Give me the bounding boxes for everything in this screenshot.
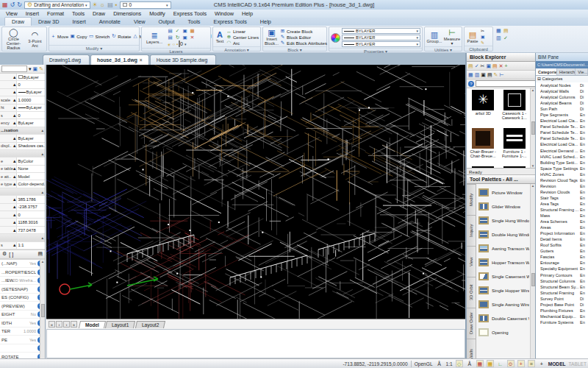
menu-item[interactable]: Help: [242, 10, 253, 17]
bim-category-row[interactable]: Analytical Walls Di: [536, 88, 588, 94]
new-block-icon[interactable]: ▤: [468, 63, 473, 69]
command-suggestion-row[interactable]: EIGHT No ?: [0, 311, 45, 319]
sun-icon[interactable]: ☼: [100, 1, 105, 8]
bim-category-row[interactable]: Project Base Point Di: [536, 302, 588, 308]
group-button[interactable]: ▥ Group...: [426, 30, 442, 43]
block-search-input[interactable]: [476, 80, 537, 87]
property-row[interactable]: e att.. ▴ Model: [0, 173, 45, 180]
palette-item[interactable]: Picture Window: [478, 185, 529, 199]
bim-category-row[interactable]: Panel Schedule Te... En: [536, 135, 588, 141]
menu-item[interactable]: Express Tools: [173, 10, 207, 17]
bim-tab[interactable]: Hierarchy: [557, 68, 576, 75]
drawing-canvas[interactable]: [46, 65, 465, 319]
ribbon-layer-dropdown[interactable]: 0 ▾: [179, 41, 209, 47]
bim-category-row[interactable]: Panel Schedule Te... En: [536, 124, 588, 130]
annotation-person-icon[interactable]: Å: [436, 360, 443, 367]
block-item[interactable]: Chair-Breuer - Chair-Breue...: [468, 128, 498, 166]
tablet-toggle[interactable]: TABLET: [569, 361, 587, 367]
modify-button[interactable]: + Move: [51, 34, 68, 39]
cut-icon[interactable]: ✂: [481, 63, 485, 69]
layers-button[interactable]: ≣ Layers...: [143, 31, 165, 44]
lock-icon[interactable]: ▪: [115, 1, 118, 8]
bim-category-row[interactable]: Area Tags En: [536, 201, 588, 207]
property-row[interactable]: ▴ 0: [0, 211, 45, 219]
bim-category-row[interactable]: Furniture Systems En: [536, 319, 588, 325]
insert-block-button[interactable]: ▣ Insert Block...: [265, 28, 279, 46]
property-row[interactable]: ▴ ByLayer: [0, 89, 45, 96]
palette-tab[interactable]: Draw Order: [467, 308, 476, 339]
palette-item[interactable]: Glider Window: [478, 199, 529, 213]
text-button[interactable]: A Text: [215, 30, 225, 43]
quick-select-icon[interactable]: ▾: [29, 66, 32, 72]
add-icon[interactable]: +: [505, 63, 508, 68]
command-suggestion-row[interactable]: ...ROPERTIESCLOSE) ?: [0, 268, 45, 277]
bim-category-row[interactable]: HVAC Zones En: [536, 171, 588, 177]
select-objects-icon[interactable]: ▣: [33, 66, 38, 72]
bim-category-row[interactable]: Gutters En: [536, 248, 588, 254]
palette-item[interactable]: Opening: [478, 325, 529, 339]
bim-category-row[interactable]: Revision Clouds En: [536, 189, 588, 195]
document-tab[interactable]: Drawing1.dwg: [43, 54, 90, 65]
command-suggestion-row[interactable]: IDTH Yes ?: [0, 319, 45, 328]
document-tab[interactable]: House 3D Sample.dwg: [150, 54, 217, 65]
command-suggestion-row[interactable]: (...NAP) Yes ?: [0, 260, 45, 269]
command-suggestion-row[interactable]: ES (CONFIG) ?: [0, 294, 45, 302]
extra-icon[interactable]: ▤: [503, 28, 510, 35]
palette-scrollbar[interactable]: ▲▼: [530, 184, 535, 368]
property-row[interactable]: ▴ 385.1786: [0, 196, 45, 203]
block-item[interactable]: arbol 3D: [468, 90, 498, 128]
layer-tool-icon[interactable]: ▣: [182, 28, 188, 34]
bim-category-row[interactable]: Electrical Load Cla... En: [536, 118, 588, 124]
layer-tools[interactable]: ▤ ✓ ▣ ▦ ▤ ↻ ▣ ✕: [167, 28, 209, 40]
brush-icon[interactable]: ✎: [481, 40, 485, 45]
layout-tab[interactable]: Layout1: [105, 321, 136, 328]
layer-dropdown[interactable]: 0 ▾: [120, 1, 171, 9]
bim-category-row[interactable]: Plumbing Fixtures En: [536, 308, 588, 314]
palette-tab[interactable]: 3D Orbit: [467, 277, 476, 308]
measure-button[interactable]: ⊢ Measure ▾: [444, 28, 460, 46]
block-item[interactable]: [500, 166, 530, 168]
esnap-toggle-icon[interactable]: ▦: [476, 360, 484, 367]
property-row[interactable]: ...isation ▴: [0, 127, 45, 135]
bim-category-row[interactable]: Structural Columns En: [536, 278, 588, 284]
palette-item[interactable]: Single Hopper Window: [478, 283, 529, 297]
block-item[interactable]: [468, 166, 498, 168]
check-icon[interactable]: ✓: [475, 63, 479, 69]
bim-category-row[interactable]: Sun Path Di: [536, 106, 588, 112]
palette-item[interactable]: Hopper Transom Wind...: [478, 255, 529, 269]
extra-icon[interactable]: ▥: [496, 35, 503, 42]
property-row[interactable]: ency ▴ ByLayer: [0, 119, 45, 127]
paste-icon[interactable]: ▤: [492, 63, 498, 69]
help-icon[interactable]: ?: [468, 81, 474, 87]
property-dropdown[interactable]: BYLAYER ▾: [342, 41, 420, 47]
ribbon-tab[interactable]: Tools: [181, 18, 207, 26]
brackets-icon[interactable]: [ ]: [9, 252, 13, 257]
bim-category-row[interactable]: Survey Point Di: [536, 296, 588, 302]
property-dropdown[interactable]: BYLAYER ▾: [342, 35, 420, 40]
list-icon[interactable]: ⊢: [499, 72, 503, 78]
property-row[interactable]: scale ▴ 1.0000: [0, 96, 45, 104]
layout-tab[interactable]: Model: [79, 321, 106, 328]
menu-item[interactable]: Insert: [26, 10, 39, 17]
property-row[interactable]: s ▴ 0: [0, 112, 45, 119]
property-row[interactable]: ▴: [0, 234, 45, 241]
palette-item[interactable]: Double Casement Win...: [478, 311, 529, 325]
undo-button[interactable]: ↺: [10, 1, 15, 8]
property-row[interactable]: e ▴ ByColor: [0, 158, 45, 165]
layer-tool-icon[interactable]: ↻: [174, 35, 181, 40]
block-item[interactable]: Casework 1 - Casework 1...: [500, 90, 530, 128]
property-row[interactable]: e type ▴ Color-depend...: [0, 180, 45, 188]
redo-button[interactable]: ↻: [17, 1, 22, 8]
layer-tool-icon[interactable]: ▣: [182, 35, 188, 40]
bulb-icon[interactable]: ☀: [93, 1, 98, 8]
bim-category-row[interactable]: Revision En: [536, 183, 588, 189]
menu-item[interactable]: Format: [47, 10, 64, 17]
layer-tool-icon[interactable]: ▤: [167, 28, 173, 34]
color-wheel-icon[interactable]: [331, 33, 340, 43]
settings-gear-icon[interactable]: ⚙: [2, 251, 7, 257]
annotation-button[interactable]: ⊕ Center Lines: [226, 34, 259, 40]
bim-category-row[interactable]: Revision Cloud Tags En: [536, 177, 588, 183]
modify-button[interactable]: ↻ Rotate: [111, 33, 131, 39]
copy-icon[interactable]: ▣: [486, 63, 491, 69]
layer-tool-icon[interactable]: ▦: [189, 28, 196, 34]
